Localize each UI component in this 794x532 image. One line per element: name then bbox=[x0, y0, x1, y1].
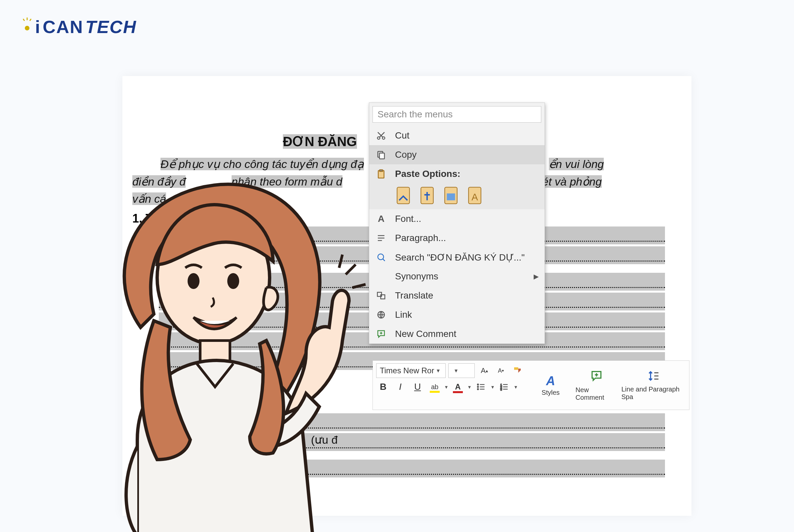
menu-link[interactable]: Link bbox=[369, 305, 544, 324]
decrease-font-icon[interactable]: A▾ bbox=[494, 364, 508, 378]
mini-toolbar: Times New Ror A▴ A▾ B I U ab ▾ A bbox=[372, 360, 689, 410]
font-size-selector[interactable] bbox=[448, 363, 475, 378]
svg-point-0 bbox=[25, 26, 30, 31]
lightbulb-icon bbox=[20, 17, 34, 37]
styles-icon: A bbox=[546, 374, 555, 388]
menu-font[interactable]: A Font... bbox=[369, 209, 544, 228]
font-color-icon[interactable]: A bbox=[451, 380, 465, 394]
paste-picture-icon[interactable] bbox=[443, 186, 459, 205]
svg-point-18 bbox=[477, 386, 479, 387]
numbering-icon[interactable]: 123 bbox=[497, 380, 511, 394]
svg-point-17 bbox=[477, 384, 479, 385]
menu-translate[interactable]: Translate bbox=[369, 286, 544, 305]
svg-rect-10 bbox=[447, 193, 455, 201]
svg-text:A: A bbox=[472, 192, 478, 202]
cut-icon bbox=[374, 128, 388, 143]
paste-options-row: A bbox=[369, 184, 544, 209]
submenu-arrow-icon: ▶ bbox=[534, 272, 539, 280]
logo-can: CAN bbox=[43, 17, 84, 37]
paste-merge-icon[interactable] bbox=[419, 186, 436, 205]
new-comment-icon bbox=[590, 369, 603, 385]
bullets-icon[interactable] bbox=[474, 380, 488, 394]
dropdown-caret-icon[interactable]: ▾ bbox=[491, 384, 494, 390]
svg-point-25 bbox=[227, 273, 239, 289]
icantech-logo: i CAN TECH bbox=[20, 17, 137, 37]
logo-i: i bbox=[35, 17, 41, 37]
menu-search-input[interactable]: Search the menus bbox=[372, 106, 541, 123]
svg-point-19 bbox=[477, 388, 479, 390]
paste-keep-source-icon[interactable] bbox=[395, 186, 411, 205]
styles-button[interactable]: A Styles bbox=[530, 374, 572, 396]
svg-text:3: 3 bbox=[500, 388, 502, 391]
menu-cut[interactable]: Cut bbox=[369, 126, 544, 145]
new-comment-button[interactable]: New Comment bbox=[576, 369, 618, 401]
document-title: ĐƠN ĐĂNG bbox=[283, 134, 357, 149]
menu-copy[interactable]: Copy bbox=[369, 145, 544, 164]
menu-paragraph[interactable]: Paragraph... bbox=[369, 228, 544, 248]
dropdown-caret-icon[interactable]: ▾ bbox=[468, 384, 471, 390]
dropdown-caret-icon[interactable]: ▾ bbox=[514, 384, 517, 390]
highlight-color-icon[interactable]: ab bbox=[428, 380, 442, 394]
menu-synonyms[interactable]: Synonyms ▶ bbox=[369, 267, 544, 286]
dropdown-caret-icon[interactable]: ▾ bbox=[445, 384, 448, 390]
menu-new-comment[interactable]: New Comment bbox=[369, 324, 544, 344]
menu-paste-options-header: Paste Options: bbox=[369, 164, 544, 184]
logo-tech: TECH bbox=[85, 17, 137, 37]
line-spacing-icon bbox=[647, 370, 660, 385]
svg-point-24 bbox=[188, 273, 200, 289]
line-spacing-button[interactable]: Line and Paragraph Spa bbox=[621, 370, 686, 401]
menu-search-selection[interactable]: Search "ĐƠN ĐĂNG KÝ DỰ..." bbox=[369, 248, 544, 267]
italic-button[interactable]: I bbox=[393, 380, 407, 394]
paste-text-only-icon[interactable]: A bbox=[466, 186, 483, 205]
increase-font-icon[interactable]: A▴ bbox=[477, 364, 491, 378]
underline-button[interactable]: U bbox=[410, 380, 424, 394]
woman-illustration bbox=[88, 155, 395, 532]
format-painter-icon[interactable] bbox=[511, 364, 524, 378]
